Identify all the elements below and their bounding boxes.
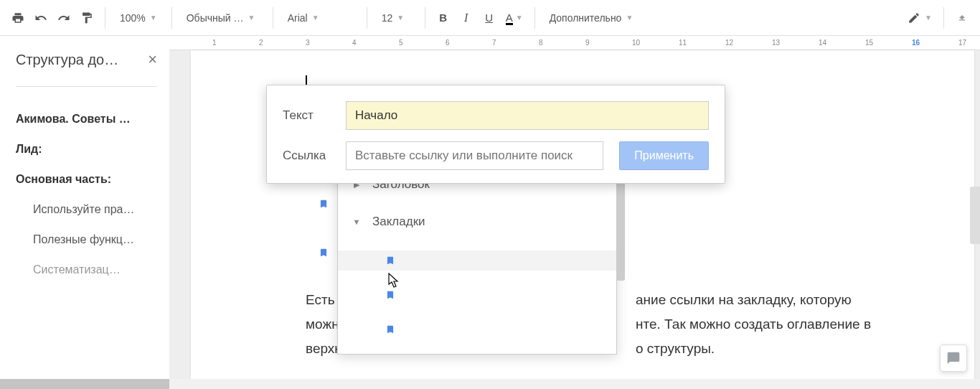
horizontal-ruler[interactable]: 1 2 3 4 5 6 7 8 9 10 11 12 13 14 15 16 1… (169, 36, 980, 50)
outline-title: Структура до… (16, 52, 118, 68)
insert-link-dialog: Текст Ссылка Применить (266, 85, 725, 184)
fontsize-dropdown[interactable]: 12 ▼ (374, 7, 418, 29)
side-panel-handle[interactable] (970, 187, 980, 244)
explore-button[interactable] (940, 345, 967, 372)
ruler-tick: 9 (585, 39, 590, 47)
chevron-down-icon: ▼ (150, 14, 157, 22)
ruler-tick: 3 (306, 39, 310, 47)
collapse-toolbar-button[interactable] (951, 7, 973, 29)
outline-item[interactable]: Систематизац… (16, 255, 157, 285)
outline-item[interactable]: Основная часть: (16, 164, 157, 194)
print-button[interactable] (7, 7, 29, 29)
bookmark-icon[interactable] (319, 245, 329, 260)
ruler-tick: 16 (912, 39, 920, 47)
underline-button[interactable]: U (479, 7, 500, 29)
ruler-tick: 12 (725, 39, 733, 47)
chevron-down-icon: ▼ (248, 14, 255, 22)
doc-text: ание ссылки на закладку, которую (636, 290, 852, 311)
bookmark-icon (385, 322, 395, 337)
italic-button[interactable]: I (456, 7, 477, 29)
style-value: Обычный … (187, 12, 244, 24)
outline-item[interactable]: Используйте пра… (16, 194, 157, 225)
chevron-down-icon: ▼ (925, 14, 932, 22)
scrollbar-thumb[interactable] (0, 379, 169, 389)
redo-button[interactable] (53, 7, 75, 29)
ruler-tick: 8 (539, 39, 543, 47)
toolbar: 100% ▼ Обычный … ▼ Arial ▼ 12 ▼ B I U A▼… (0, 0, 980, 36)
apply-button[interactable]: Применить (619, 141, 709, 170)
link-field-label: Ссылка (283, 149, 330, 163)
text-field-label: Текст (283, 108, 330, 123)
doc-text: нте. Так можно создать оглавление в (636, 314, 871, 335)
outline-item[interactable]: Лид: (16, 134, 157, 164)
suggestion-bookmark-item[interactable] (338, 250, 616, 271)
ruler-tick: 15 (865, 39, 873, 47)
more-label: Дополнительно (550, 12, 622, 24)
font-dropdown[interactable]: Arial ▼ (281, 7, 359, 29)
divider (16, 86, 157, 87)
horizontal-scrollbar[interactable] (0, 379, 980, 389)
fontsize-value: 12 (382, 12, 393, 24)
ruler-tick: 11 (679, 39, 687, 47)
suggestion-bookmark-item[interactable] (385, 288, 616, 305)
undo-button[interactable] (30, 7, 52, 29)
bookmark-icon (385, 288, 395, 302)
outline-item[interactable]: Полезные функц… (16, 225, 157, 255)
bookmark-icon (385, 253, 395, 268)
bookmark-icon[interactable] (319, 197, 329, 211)
style-dropdown[interactable]: Обычный … ▼ (179, 7, 265, 29)
ruler-tick: 6 (446, 39, 450, 47)
link-url-input[interactable] (346, 141, 603, 170)
document-outline-pane: Структура до… × Акимова. Советы … Лид: О… (0, 36, 169, 389)
ruler-tick: 2 (259, 39, 263, 47)
ruler-tick: 7 (492, 39, 496, 47)
chevron-down-icon: ▼ (397, 14, 404, 22)
expand-triangle-icon: ▼ (352, 217, 361, 226)
ruler-tick: 4 (352, 39, 357, 47)
bold-button[interactable]: B (433, 7, 454, 29)
paint-format-button[interactable] (76, 7, 98, 29)
text-color-button[interactable]: A▼ (501, 7, 527, 29)
more-dropdown[interactable]: Дополнительно ▼ (542, 7, 641, 29)
font-value: Arial (288, 12, 308, 24)
suggestion-group-label: Закладки (372, 215, 425, 229)
link-suggestions-dropdown: ▶ Заголовок ▼ Закладки (337, 165, 617, 355)
ruler-tick: 1 (212, 39, 217, 47)
ruler-tick: 13 (772, 39, 780, 47)
chevron-down-icon: ▼ (312, 14, 319, 22)
outline-item[interactable]: Акимова. Советы … (16, 104, 157, 134)
ruler-tick: 14 (819, 39, 826, 47)
ruler-tick: 17 (958, 39, 966, 47)
chevron-down-icon: ▼ (516, 14, 523, 22)
document-area: 1 2 3 4 5 6 7 8 9 10 11 12 13 14 15 16 1… (169, 36, 980, 389)
link-text-input[interactable] (346, 101, 709, 130)
doc-text: о структуры. (636, 339, 715, 360)
zoom-value: 100% (120, 12, 146, 24)
ruler-tick: 5 (399, 39, 403, 47)
edit-mode-button[interactable]: ▼ (903, 7, 936, 29)
ruler-tick: 10 (632, 39, 640, 47)
chevron-down-icon: ▼ (626, 14, 633, 22)
suggestion-bookmark-item[interactable] (385, 322, 616, 339)
zoom-dropdown[interactable]: 100% ▼ (113, 7, 164, 29)
suggestion-group-bookmarks[interactable]: ▼ Закладки (338, 203, 616, 240)
close-outline-button[interactable]: × (148, 50, 157, 69)
